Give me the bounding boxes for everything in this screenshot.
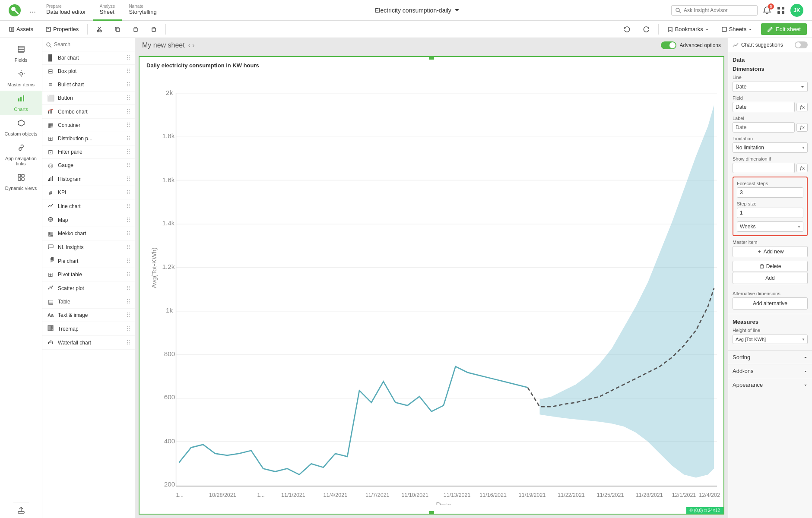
charts-search-input[interactable] — [54, 41, 131, 47]
notifications-icon[interactable]: 5 — [763, 6, 771, 15]
chart-item-distribution[interactable]: ⊞Distribution p... ⠿ — [42, 132, 135, 145]
chart-item-boxplot[interactable]: ⊟Box plot ⠿ — [42, 65, 135, 78]
edit-sheet-button[interactable]: Edit sheet — [761, 23, 807, 35]
nav-more-dots[interactable]: ... — [26, 6, 39, 15]
step-size-input[interactable] — [737, 208, 803, 218]
chart-suggestions-toggle-switch[interactable] — [795, 41, 808, 48]
show-dimension-input[interactable] — [733, 163, 795, 173]
svg-point-16 — [100, 30, 102, 32]
assets-button[interactable]: Assets — [5, 24, 37, 34]
svg-text:1...: 1... — [176, 492, 184, 498]
copy-button[interactable] — [111, 25, 124, 34]
sheets-button[interactable]: Sheets — [718, 24, 756, 34]
svg-text:11/22/2021: 11/22/2021 — [558, 492, 585, 498]
redo-button[interactable] — [639, 24, 653, 35]
svg-rect-20 — [134, 28, 137, 32]
chart-item-filter[interactable]: ⊡Filter pane ⠿ — [42, 145, 135, 159]
field-fx-button[interactable]: ƒx — [796, 103, 808, 111]
nav-analyze[interactable]: Analyze Sheet — [93, 0, 122, 21]
fields-label: Fields — [15, 57, 27, 63]
sidebar-item-dynamic-views[interactable]: Dynamic views — [0, 170, 42, 194]
chart-item-mekko[interactable]: ▩Mekko chart ⠿ — [42, 227, 135, 240]
apps-grid-icon[interactable] — [777, 6, 785, 15]
label-fx-button[interactable]: ƒx — [796, 123, 808, 132]
chart-item-pie[interactable]: Pie chart ⠿ — [42, 254, 135, 268]
cut-button[interactable] — [93, 25, 106, 34]
sorting-section[interactable]: Sorting — [728, 350, 812, 364]
chart-item-combo[interactable]: Combo chart ⠿ — [42, 105, 135, 119]
bookmarks-button[interactable]: Bookmarks — [664, 24, 713, 34]
label-input[interactable] — [733, 122, 795, 133]
undo-button[interactable] — [620, 24, 634, 35]
measure-group-label: Height of line — [733, 328, 808, 333]
chart-item-histogram[interactable]: Histogram ⠿ — [42, 172, 135, 186]
limitation-select[interactable]: No limitation — [733, 142, 808, 153]
advanced-options-toggle[interactable]: Advanced options — [661, 41, 721, 49]
chart-item-button[interactable]: ⬜Button ⠿ — [42, 92, 135, 105]
chart-item-nl-insights[interactable]: NL Insights ⠿ — [42, 240, 135, 254]
forecast-steps-label: Forecast steps — [737, 181, 803, 186]
nav-prepare[interactable]: Prepare Data load editor — [39, 0, 93, 21]
show-dimension-fx-button[interactable]: ƒx — [796, 164, 808, 172]
charts-search — [42, 38, 135, 51]
chart-item-treemap[interactable]: Treemap ⠿ — [42, 322, 135, 336]
advanced-options-switch[interactable] — [661, 41, 676, 49]
field-input[interactable] — [733, 102, 795, 112]
forecast-steps-input[interactable] — [737, 187, 803, 198]
chart-item-map[interactable]: Map ⠿ — [42, 213, 135, 227]
add-dimension-button[interactable]: Add — [733, 272, 808, 284]
user-avatar[interactable]: JK — [790, 4, 803, 17]
chart-item-pivot[interactable]: ⊞Pivot table ⠿ — [42, 268, 135, 281]
paste-button[interactable] — [129, 25, 142, 34]
svg-rect-6 — [782, 7, 784, 9]
sidebar-item-fields[interactable]: Fields — [0, 41, 42, 66]
insight-advisor-search[interactable] — [671, 5, 758, 16]
chart-item-text-image[interactable]: AaText & image ⠿ — [42, 309, 135, 322]
addons-section[interactable]: Add-ons — [728, 364, 812, 378]
delete-button[interactable] — [147, 25, 160, 34]
svg-rect-21 — [152, 28, 155, 32]
chart-item-table[interactable]: ▤Table ⠿ — [42, 295, 135, 309]
svg-point-27 — [20, 73, 22, 75]
chart-item-bar[interactable]: ▊Bar chart ⠿ — [42, 51, 135, 65]
chart-item-gauge[interactable]: ◎Gauge ⠿ — [42, 159, 135, 172]
qlik-logo[interactable] — [3, 4, 26, 16]
chart-svg: 2k 1.8k 1.6k 1.4k 1.2k 1k 800 600 400 20… — [143, 72, 720, 505]
chart-item-scatter[interactable]: Scatter plot ⠿ — [42, 281, 135, 295]
svg-text:Avg(Tot-KWh): Avg(Tot-KWh) — [150, 247, 158, 288]
sidebar-item-charts[interactable]: Charts — [0, 91, 42, 115]
show-dimension-label: Show dimension if — [733, 156, 808, 161]
weeks-select[interactable]: Weeks Days Months — [737, 221, 803, 232]
sidebar-item-app-nav-links[interactable]: App navigation links — [0, 140, 42, 170]
chart-item-line[interactable]: Line chart ⠿ — [42, 199, 135, 213]
data-section-title: Data — [733, 57, 808, 63]
dimension-select[interactable]: Date — [733, 82, 808, 92]
sidebar-item-custom-objects[interactable]: Custom objects — [0, 115, 42, 140]
sheet-title: My new sheet — [142, 41, 185, 49]
insight-advisor-input[interactable] — [684, 7, 744, 13]
add-new-master-item-button[interactable]: Add new — [733, 246, 808, 257]
sidebar-item-master-items[interactable]: Master items — [0, 66, 42, 91]
svg-text:1...: 1... — [257, 492, 264, 498]
svg-text:1.8k: 1.8k — [162, 132, 175, 139]
chart-bottom-handle[interactable] — [429, 511, 434, 514]
svg-text:1k: 1k — [166, 306, 173, 314]
app-title[interactable]: Electricity consumption-daily — [164, 7, 671, 14]
add-alternative-button[interactable]: Add alternative — [733, 297, 808, 310]
chart-status-bar: © (0,0) □ 24×12 — [686, 507, 723, 514]
properties-button[interactable]: Properties — [42, 24, 82, 34]
chart-item-container[interactable]: ▦Container ⠿ — [42, 119, 135, 132]
chart-item-waterfall[interactable]: Waterfall chart ⠿ — [42, 336, 135, 350]
chart-item-bullet[interactable]: ≡Bullet chart ⠿ — [42, 78, 135, 92]
chart-top-handle[interactable] — [429, 57, 434, 60]
delete-dimension-button[interactable]: Delete — [733, 261, 808, 272]
nav-narrate[interactable]: Narrate Storytelling — [122, 0, 163, 21]
measure-select[interactable]: Avg [Tot-KWh] — [733, 335, 808, 344]
prev-sheet-button[interactable]: ‹ — [188, 41, 190, 49]
next-sheet-button[interactable]: › — [192, 41, 194, 49]
svg-rect-38 — [18, 178, 21, 180]
appearance-section[interactable]: Appearance — [728, 378, 812, 392]
measure-row: Avg [Tot-KWh] — [733, 335, 808, 344]
svg-text:11/10/2021: 11/10/2021 — [401, 492, 428, 498]
chart-item-kpi[interactable]: #KPI ⠿ — [42, 186, 135, 199]
